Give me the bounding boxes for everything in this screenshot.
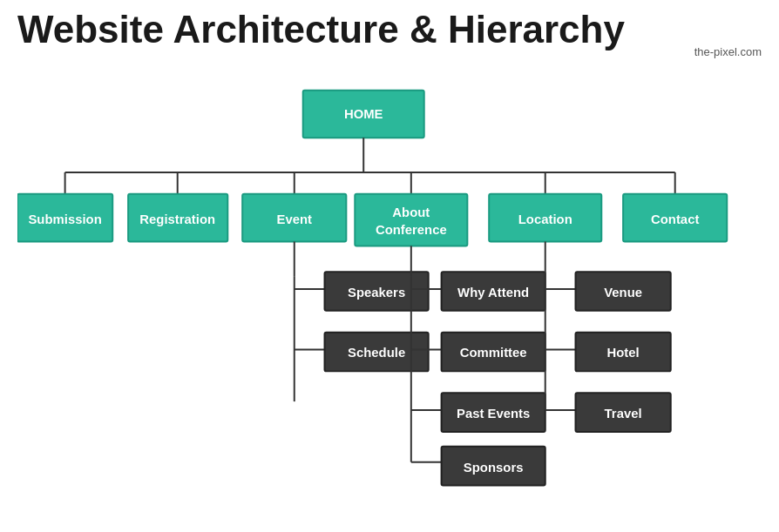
why-attend-label: Why Attend (457, 286, 529, 300)
submission-label: Submission (28, 212, 101, 226)
event-label: Event (277, 212, 313, 226)
schedule-label: Schedule (348, 347, 405, 360)
architecture-svg: HOME Submission Regist (17, 67, 762, 520)
speakers-label: Speakers (348, 286, 405, 300)
page-title: Website Architecture & Hierarchy (17, 9, 762, 51)
venue-label: Venue (604, 286, 642, 300)
registration-label: Registration (139, 212, 215, 226)
home-label: HOME (344, 108, 383, 122)
committee-label: Committee (460, 347, 527, 360)
contact-label: Contact (651, 212, 699, 226)
about-conference-label2: Conference (376, 224, 447, 238)
about-conference-node (355, 194, 467, 246)
travel-label: Travel (605, 407, 642, 421)
tree-diagram: HOME Submission Regist (17, 67, 762, 523)
page: Website Architecture & Hierarchy the-pix… (0, 0, 779, 532)
hotel-label: Hotel (607, 347, 640, 360)
sponsors-label: Sponsors (464, 461, 524, 475)
about-conference-label: About (392, 205, 430, 219)
location-label: Location (518, 212, 572, 226)
past-events-label: Past Events (457, 407, 530, 421)
